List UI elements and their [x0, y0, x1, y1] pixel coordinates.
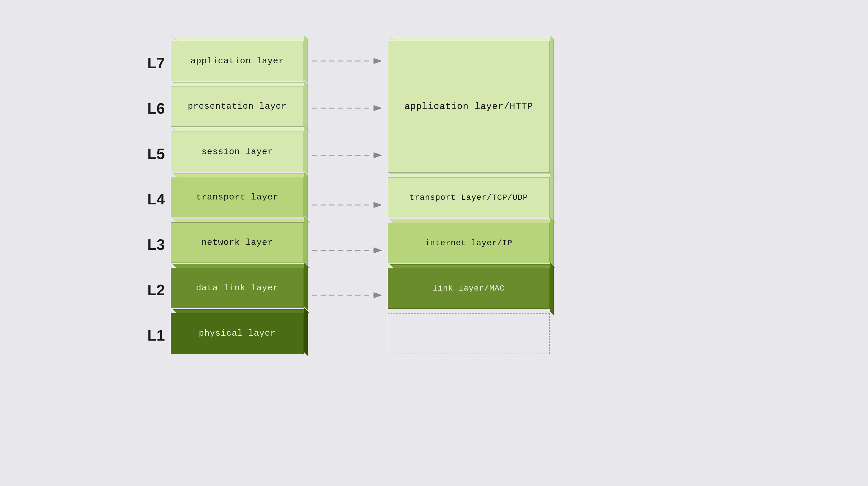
osi-label-L1: L1 — [133, 327, 165, 344]
tcp-text-link: link layer/MAC — [433, 284, 505, 293]
osi-label-L4: L4 — [133, 191, 165, 208]
osi-box-L2: data link layer — [171, 268, 310, 313]
osi-box-L7: application layer — [171, 41, 310, 86]
osi-text-L3: network layer — [202, 238, 273, 248]
tcp-box-app: application layer/HTTP — [388, 41, 558, 176]
tcp-stack: application layer/HTTP transport Layer/T… — [388, 41, 556, 359]
osi-layer-row-L4: L4 transport layer — [133, 177, 324, 222]
osi-text-L4: transport layer — [196, 192, 278, 202]
osi-layer-row-L7: L7 application layer — [133, 41, 324, 86]
tcp-box-physical — [388, 314, 558, 358]
osi-layer-row-L1: L1 physical layer — [133, 313, 324, 358]
tcp-box-internet: internet layer/IP — [388, 223, 558, 267]
tcp-box-link: link layer/MAC — [388, 268, 558, 313]
osi-box-L3: network layer — [171, 222, 310, 267]
tcp-text-internet: internet layer/IP — [425, 238, 513, 248]
osi-label-L5: L5 — [133, 145, 165, 162]
osi-box-L6: presentation layer — [171, 86, 310, 131]
tcp-box-transport: transport Layer/TCP/UDP — [388, 177, 558, 222]
osi-box-L4: transport layer — [171, 177, 310, 222]
osi-layer-row-L5: L5 session layer — [133, 132, 324, 176]
osi-label-L3: L3 — [133, 236, 165, 253]
osi-layer-row-L2: L2 data link layer — [133, 268, 324, 313]
osi-text-L2: data link layer — [196, 283, 278, 293]
osi-label-L7: L7 — [133, 54, 165, 72]
osi-layer-row-L3: L3 network layer — [133, 222, 324, 267]
osi-diagram: L7 application layer L6 presentation lay… — [87, 26, 781, 460]
osi-box-L1: physical layer — [171, 313, 310, 358]
tcp-text-transport: transport Layer/TCP/UDP — [409, 193, 528, 202]
osi-label-L6: L6 — [133, 100, 165, 117]
osi-text-L1: physical layer — [199, 328, 276, 338]
osi-text-L6: presentation layer — [188, 101, 287, 111]
osi-stack: L7 application layer L6 presentation lay… — [133, 41, 324, 358]
osi-layer-row-L6: L6 presentation layer — [133, 86, 324, 131]
osi-text-L7: application layer — [190, 56, 284, 66]
osi-box-L5: session layer — [171, 132, 310, 176]
osi-label-L2: L2 — [133, 281, 165, 299]
tcp-text-app: application layer/HTTP — [404, 101, 533, 112]
osi-text-L5: session layer — [202, 147, 273, 157]
